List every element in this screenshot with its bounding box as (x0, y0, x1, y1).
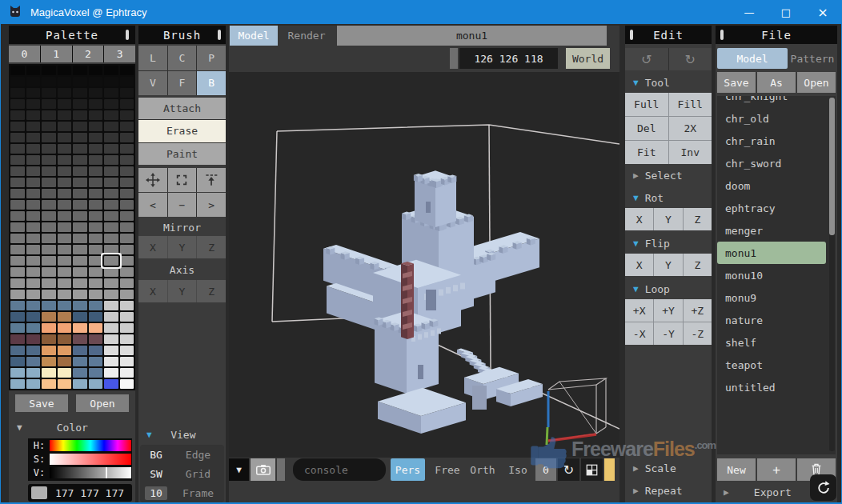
model-name-field[interactable]: monu1 (337, 26, 607, 46)
brush-mode-box[interactable]: B (197, 71, 226, 96)
palette-swatch[interactable] (10, 99, 25, 109)
palette-open-button[interactable]: Open (76, 394, 129, 412)
palette-swatch[interactable] (10, 155, 25, 165)
scrollbar-thumb[interactable] (829, 98, 835, 235)
palette-swatch[interactable] (120, 200, 134, 210)
file-item[interactable]: chr_sword (717, 152, 836, 174)
axis-x-button[interactable]: X (138, 280, 167, 302)
palette-swatch[interactable] (104, 379, 118, 389)
file-item[interactable]: teapot (717, 354, 836, 376)
palette-swatch[interactable] (42, 290, 56, 299)
bg-toggle[interactable]: BG (140, 449, 172, 461)
palette-swatch[interactable] (104, 245, 118, 254)
palette-swatch[interactable] (89, 211, 103, 221)
palette-swatch[interactable] (58, 323, 72, 333)
palette-swatch[interactable] (120, 88, 134, 98)
projection-iso-button[interactable]: Iso (503, 458, 533, 481)
palette-swatch[interactable] (26, 222, 41, 232)
palette-swatch[interactable] (26, 144, 41, 154)
palette-swatch[interactable] (10, 166, 25, 176)
palette-swatch[interactable] (10, 312, 25, 322)
palette-swatch[interactable] (58, 379, 72, 389)
palette-swatch[interactable] (26, 379, 41, 389)
palette-swatch[interactable] (89, 222, 103, 232)
palette-tab-3[interactable]: 3 (104, 46, 135, 62)
toolbar-handle[interactable] (277, 458, 285, 481)
palette-swatch[interactable] (10, 110, 25, 120)
palette-swatch[interactable] (89, 357, 103, 366)
mirror-x-button[interactable]: X (138, 236, 167, 258)
file-item[interactable]: ephtracy (717, 197, 836, 219)
palette-swatch[interactable] (104, 133, 118, 142)
next-button[interactable]: > (197, 193, 226, 217)
palette-swatch[interactable] (42, 77, 56, 86)
palette-swatch[interactable] (26, 312, 41, 322)
flip-x-button[interactable]: X (625, 254, 653, 276)
edit-header-marker[interactable] (630, 30, 633, 40)
palette-swatch[interactable] (73, 77, 87, 86)
frame-size-value[interactable]: 10 (145, 486, 167, 500)
saturation-slider[interactable] (50, 454, 131, 465)
palette-swatch[interactable] (104, 222, 118, 232)
app-icon[interactable] (8, 5, 22, 19)
dims-handle[interactable] (450, 48, 458, 69)
palette-swatch[interactable] (26, 189, 41, 198)
palette-swatch[interactable] (104, 368, 118, 378)
palette-swatch[interactable] (10, 256, 25, 266)
palette-swatch[interactable] (26, 122, 41, 131)
loop-plus-y-button[interactable]: +Y (654, 299, 682, 322)
palette-swatch[interactable] (89, 256, 103, 266)
prev-button[interactable]: < (138, 193, 167, 217)
tab-render[interactable]: Render (279, 26, 334, 46)
palette-swatch[interactable] (73, 178, 87, 187)
viewport-canvas[interactable] (229, 72, 619, 458)
palette-swatch[interactable] (73, 312, 87, 322)
palette-swatch[interactable] (42, 155, 56, 165)
palette-swatch[interactable] (120, 256, 134, 266)
palette-swatch[interactable] (26, 211, 41, 221)
palette-swatch[interactable] (120, 222, 134, 232)
edge-toggle[interactable]: Edge (172, 449, 224, 461)
axis-z-button[interactable]: Z (197, 280, 226, 302)
palette-swatch[interactable] (73, 234, 87, 243)
file-open-button[interactable]: Open (797, 72, 836, 93)
palette-swatch[interactable] (58, 211, 72, 221)
console-input[interactable] (293, 458, 386, 481)
rot-y-button[interactable]: Y (654, 208, 682, 230)
palette-swatch[interactable] (73, 144, 87, 154)
palette-swatch[interactable] (104, 166, 118, 176)
brush-mode-pattern[interactable]: P (197, 46, 226, 70)
palette-swatch[interactable] (42, 133, 56, 142)
palette-swatch[interactable] (42, 245, 56, 254)
palette-swatch[interactable] (104, 346, 118, 355)
file-item[interactable]: monu9 (717, 286, 836, 309)
palette-swatch[interactable] (73, 368, 87, 378)
palette-swatch[interactable] (42, 110, 56, 120)
palette-swatch[interactable] (10, 368, 25, 378)
palette-swatch[interactable] (58, 256, 72, 266)
tool-full-button[interactable]: Full (625, 93, 668, 116)
palette-swatch[interactable] (73, 166, 87, 176)
palette-swatch[interactable] (58, 77, 72, 86)
rot-z-button[interactable]: Z (684, 208, 712, 230)
palette-swatch[interactable] (26, 334, 41, 344)
palette-swatch[interactable] (26, 155, 41, 165)
palette-swatch[interactable] (73, 267, 87, 277)
palette-swatch[interactable] (58, 346, 72, 355)
palette-swatch[interactable] (104, 88, 118, 98)
file-tab-model[interactable]: Model (717, 48, 788, 69)
palette-swatch[interactable] (58, 110, 72, 120)
undo-button[interactable]: ↺ (625, 48, 668, 70)
palette-swatch[interactable] (26, 256, 41, 266)
palette-swatch[interactable] (120, 290, 134, 299)
file-save-button[interactable]: Save (717, 72, 756, 93)
axis-y-button[interactable]: Y (168, 280, 197, 302)
palette-swatch[interactable] (73, 346, 87, 355)
palette-swatch[interactable] (89, 312, 103, 322)
palette-swatch[interactable] (104, 178, 118, 187)
tool-fill-button[interactable]: Fill (669, 93, 712, 116)
palette-swatch[interactable] (104, 323, 118, 333)
palette-swatch[interactable] (58, 133, 72, 142)
palette-swatch[interactable] (89, 278, 103, 288)
palette-swatch[interactable] (10, 334, 25, 344)
